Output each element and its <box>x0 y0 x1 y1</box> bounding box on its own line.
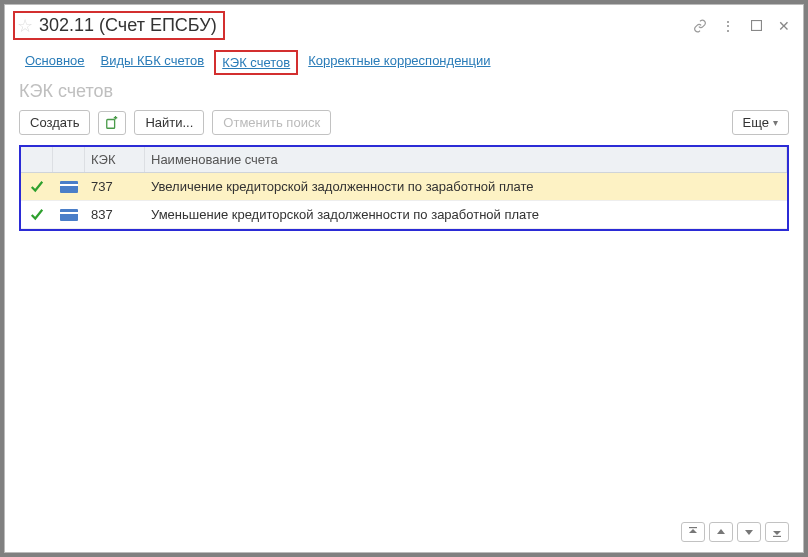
nav-down-icon[interactable] <box>737 522 761 542</box>
table-row[interactable]: 837 Уменьшение кредиторской задолженност… <box>21 201 787 229</box>
close-icon[interactable]: ✕ <box>773 15 795 37</box>
tab-kbk-types[interactable]: Виды КБК счетов <box>95 50 211 75</box>
title-highlight: ☆ 302.11 (Счет ЕПСБУ) <box>13 11 225 40</box>
footer-nav <box>5 518 803 552</box>
section-title: КЭК счетов <box>5 79 803 108</box>
table-row[interactable]: 737 Увеличение кредиторской задолженност… <box>21 173 787 201</box>
tab-main[interactable]: Основное <box>19 50 91 75</box>
grid-header: КЭК Наименование счета <box>21 147 787 173</box>
col-card[interactable] <box>53 147 85 172</box>
svg-rect-4 <box>60 209 78 221</box>
chevron-down-icon: ▾ <box>773 117 778 128</box>
row-active-mark <box>21 176 53 198</box>
copy-plus-icon <box>105 116 119 130</box>
col-name-header[interactable]: Наименование счета <box>145 147 787 172</box>
maximize-icon[interactable] <box>745 15 767 37</box>
check-icon <box>30 208 44 222</box>
create-copy-button[interactable] <box>98 111 126 135</box>
link-icon[interactable] <box>689 15 711 37</box>
grid-empty-area <box>19 239 789 510</box>
svg-rect-5 <box>60 212 78 214</box>
data-grid: КЭК Наименование счета 737 Увеличение кр… <box>19 145 789 231</box>
col-status[interactable] <box>21 147 53 172</box>
nav-first-icon[interactable] <box>681 522 705 542</box>
card-icon <box>60 181 78 193</box>
row-code: 837 <box>85 203 145 226</box>
tab-correspondence[interactable]: Корректные корреспонденции <box>302 50 496 75</box>
more-button[interactable]: Еще ▾ <box>732 110 789 135</box>
svg-rect-7 <box>773 536 781 537</box>
row-card-icon <box>53 177 85 197</box>
card-icon <box>60 209 78 221</box>
toolbar: Создать Найти... Отменить поиск Еще ▾ <box>5 108 803 145</box>
window-title: 302.11 (Счет ЕПСБУ) <box>39 15 217 36</box>
favorite-star-icon[interactable]: ☆ <box>17 17 33 35</box>
tabs: Основное Виды КБК счетов КЭК счетов Корр… <box>5 44 803 79</box>
row-name: Уменьшение кредиторской задолженности по… <box>145 203 787 226</box>
check-icon <box>30 180 44 194</box>
tab-kek[interactable]: КЭК счетов <box>214 50 298 75</box>
nav-up-icon[interactable] <box>709 522 733 542</box>
svg-rect-1 <box>107 119 115 128</box>
app-window: ☆ 302.11 (Счет ЕПСБУ) ⋮ ✕ Основное Виды … <box>4 4 804 553</box>
cancel-search-button[interactable]: Отменить поиск <box>212 110 331 135</box>
svg-rect-2 <box>60 181 78 193</box>
nav-last-icon[interactable] <box>765 522 789 542</box>
col-code-header[interactable]: КЭК <box>85 147 145 172</box>
svg-rect-6 <box>689 527 697 528</box>
create-button[interactable]: Создать <box>19 110 90 135</box>
svg-rect-0 <box>751 21 761 31</box>
row-active-mark <box>21 204 53 226</box>
row-card-icon <box>53 205 85 225</box>
more-label: Еще <box>743 115 769 130</box>
find-button[interactable]: Найти... <box>134 110 204 135</box>
titlebar: ☆ 302.11 (Счет ЕПСБУ) ⋮ ✕ <box>5 5 803 44</box>
row-code: 737 <box>85 175 145 198</box>
svg-rect-3 <box>60 184 78 186</box>
row-name: Увеличение кредиторской задолженности по… <box>145 175 787 198</box>
kebab-menu-icon[interactable]: ⋮ <box>717 15 739 37</box>
